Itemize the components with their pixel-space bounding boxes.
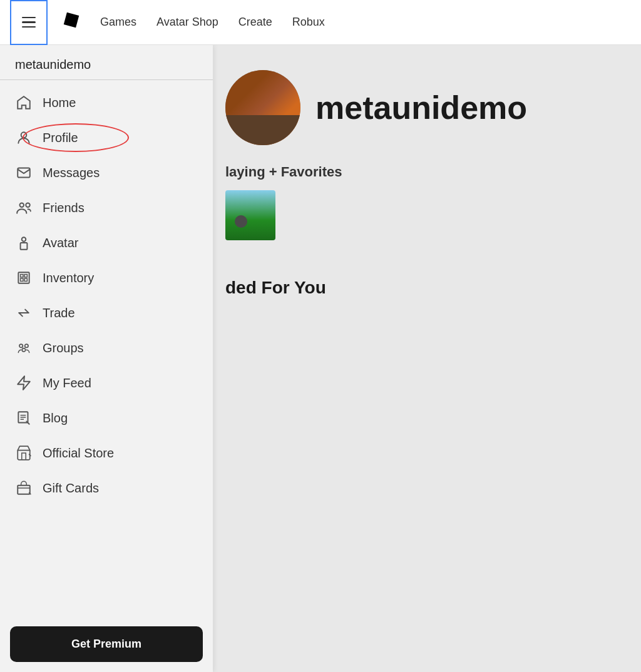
avatar — [225, 70, 300, 145]
game-thumbnail[interactable] — [225, 190, 275, 240]
svg-point-12 — [19, 344, 23, 347]
blog-icon — [15, 409, 33, 427]
profile-username: metaunidemo — [315, 89, 527, 126]
sidebar-item-my-feed[interactable]: My Feed — [0, 365, 213, 400]
nav-robux[interactable]: Robux — [292, 16, 325, 29]
sidebar-menu: Home Profile Messages — [0, 80, 213, 619]
messages-icon — [15, 164, 33, 181]
home-icon — [15, 94, 33, 111]
hamburger-icon — [22, 17, 36, 28]
feed-icon — [15, 374, 33, 392]
sidebar-item-blog-label: Blog — [43, 411, 68, 425]
svg-rect-11 — [24, 278, 27, 281]
profile-header: metaunidemo — [213, 45, 641, 164]
svg-point-14 — [22, 349, 25, 352]
sidebar: metaunidemo Home Profile — [0, 45, 213, 672]
recommended-title: ded For You — [213, 240, 641, 298]
svg-point-4 — [26, 203, 30, 207]
profile-icon — [15, 129, 33, 146]
sidebar-item-friends[interactable]: Friends — [0, 190, 213, 225]
svg-point-13 — [25, 344, 28, 347]
main-area: metaunidemo Home Profile — [0, 45, 641, 672]
sidebar-username: metaunidemo — [0, 45, 213, 80]
svg-rect-10 — [21, 278, 23, 281]
svg-rect-6 — [21, 243, 28, 250]
trade-icon — [15, 304, 33, 322]
sidebar-item-my-feed-label: My Feed — [43, 376, 91, 390]
svg-point-1 — [21, 132, 27, 138]
top-navigation: Games Avatar Shop Create Robux — [0, 0, 641, 45]
hamburger-button[interactable] — [10, 0, 48, 45]
sidebar-item-groups-label: Groups — [43, 341, 84, 355]
sidebar-item-avatar[interactable]: Avatar — [0, 225, 213, 260]
nav-create[interactable]: Create — [238, 16, 272, 29]
sidebar-item-gift-cards[interactable]: Gift Cards — [0, 471, 213, 506]
sidebar-item-official-store-label: Official Store — [43, 446, 114, 461]
sidebar-item-home[interactable]: Home — [0, 85, 213, 120]
groups-icon — [15, 339, 33, 357]
friends-icon — [15, 199, 33, 216]
svg-marker-15 — [18, 376, 30, 390]
svg-point-3 — [20, 203, 24, 207]
sidebar-item-trade-label: Trade — [43, 306, 75, 320]
get-premium-button[interactable]: Get Premium — [10, 626, 203, 662]
sidebar-item-gift-cards-label: Gift Cards — [43, 481, 99, 496]
sidebar-item-blog[interactable]: Blog — [0, 400, 213, 435]
nav-avatar-shop[interactable]: Avatar Shop — [156, 16, 218, 29]
svg-rect-8 — [21, 275, 23, 277]
sidebar-item-inventory[interactable]: Inventory — [0, 260, 213, 295]
playing-favorites-title: laying + Favorites — [213, 164, 641, 190]
sidebar-item-trade[interactable]: Trade — [0, 295, 213, 330]
sidebar-item-official-store[interactable]: Official Store — [0, 435, 213, 471]
sidebar-item-messages[interactable]: Messages — [0, 155, 213, 190]
content-area: metaunidemo laying + Favorites ded For Y… — [213, 45, 641, 672]
roblox-logo[interactable] — [58, 9, 85, 36]
nav-games[interactable]: Games — [100, 16, 136, 29]
sidebar-item-friends-label: Friends — [43, 201, 85, 215]
svg-rect-20 — [18, 486, 30, 494]
svg-point-5 — [22, 237, 26, 242]
inventory-icon — [15, 269, 33, 287]
sidebar-item-home-label: Home — [43, 96, 76, 110]
sidebar-item-profile[interactable]: Profile — [0, 120, 213, 155]
sidebar-item-messages-label: Messages — [43, 166, 100, 180]
sidebar-item-groups[interactable]: Groups — [0, 330, 213, 365]
avatar-icon — [15, 234, 33, 252]
sidebar-item-avatar-label: Avatar — [43, 236, 78, 250]
sidebar-item-profile-label: Profile — [43, 131, 78, 145]
store-icon — [15, 444, 33, 462]
nav-links: Games Avatar Shop Create Robux — [100, 16, 325, 29]
sidebar-item-inventory-label: Inventory — [43, 271, 94, 285]
avatar-image — [225, 70, 300, 145]
svg-rect-9 — [24, 275, 27, 277]
svg-rect-0 — [64, 12, 79, 27]
gift-cards-icon — [15, 479, 33, 497]
